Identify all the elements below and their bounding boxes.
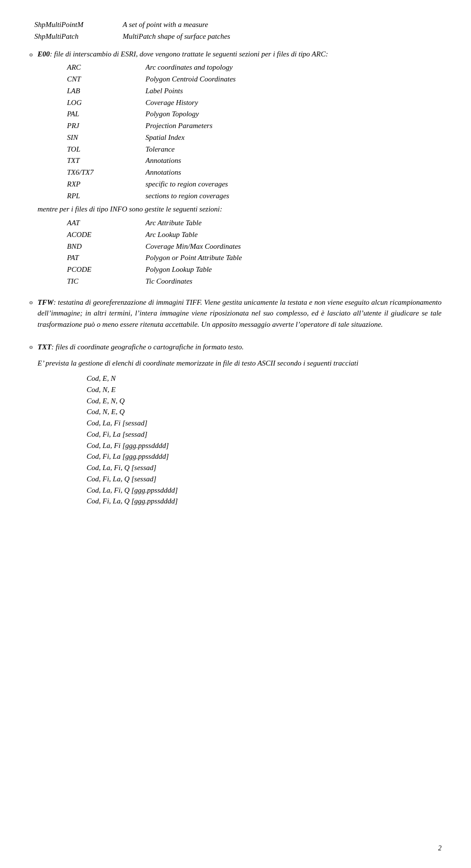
arc-file-key: PAL bbox=[67, 109, 146, 120]
info-file-key: ACODE bbox=[67, 230, 146, 240]
tfw-intro-rest: : testatina di georeferenzazione di imma… bbox=[53, 298, 204, 306]
txt-formats-list: Cod, E, NCod, N, ECod, E, N, QCod, N, E,… bbox=[38, 373, 442, 507]
info-file-row: TICTic Coordinates bbox=[67, 276, 442, 287]
arc-file-val: specific to region coverages bbox=[146, 179, 228, 190]
info-intro: mentre per i files di tipo INFO sono ges… bbox=[38, 204, 442, 215]
page-number: 2 bbox=[438, 843, 442, 853]
txt-paragraph: TXT: files di coordinate geografiche o c… bbox=[38, 342, 442, 353]
shp-val-multipatch: MultiPatch shape of surface patches bbox=[123, 31, 230, 42]
info-file-row: BNDCoverage Min/Max Coordinates bbox=[67, 241, 442, 252]
tfw-section: o TFW: testatina di georeferenzazione di… bbox=[29, 297, 442, 335]
arc-file-val: Projection Parameters bbox=[146, 121, 213, 132]
e00-section: o E00: file di interscambio di ESRI, dov… bbox=[29, 49, 442, 290]
info-file-key: AAT bbox=[67, 218, 146, 229]
shp-key-multipatch: ShpMultiPatch bbox=[34, 31, 123, 42]
info-file-key: TIC bbox=[67, 276, 146, 287]
info-file-key: BND bbox=[67, 241, 146, 252]
arc-file-val: Annotations bbox=[146, 156, 182, 166]
txt-intro-rest: : files di coordinate geografiche o cart… bbox=[52, 343, 244, 351]
info-file-row: PCODEPolygon Lookup Table bbox=[67, 264, 442, 275]
arc-file-row: TX6/TX7Annotations bbox=[67, 167, 442, 178]
shp-row-multipoint: ShpMultiPointM A set of point with a mea… bbox=[34, 20, 442, 30]
txt-bullet: o bbox=[29, 342, 33, 352]
tfw-keyword: TFW bbox=[38, 298, 54, 306]
info-file-key: PCODE bbox=[67, 264, 146, 275]
shp-val-multipoint: A set of point with a measure bbox=[123, 20, 208, 30]
shp-table: ShpMultiPointM A set of point with a mea… bbox=[29, 20, 442, 42]
arc-file-key: LAB bbox=[67, 86, 146, 97]
info-file-row: PATPolygon or Point Attribute Table bbox=[67, 253, 442, 263]
info-file-val: Tic Coordinates bbox=[146, 276, 193, 287]
arc-file-key: LOG bbox=[67, 98, 146, 108]
arc-files-table: ARCArc coordinates and topologyCNTPolygo… bbox=[38, 62, 442, 201]
arc-file-row: PRJProjection Parameters bbox=[67, 121, 442, 132]
arc-file-val: sections to region coverages bbox=[146, 191, 230, 202]
tfw-bullet: o bbox=[29, 298, 33, 307]
e00-bullet: o bbox=[29, 50, 33, 59]
txt-format-item: Cod, Fi, La [ggg.ppssdddd] bbox=[87, 451, 442, 462]
txt-format-item: Cod, N, E bbox=[87, 385, 442, 395]
arc-file-val: Label Points bbox=[146, 86, 183, 97]
info-file-val: Arc Attribute Table bbox=[146, 218, 202, 229]
arc-file-val: Annotations bbox=[146, 167, 182, 178]
info-files-table: AATArc Attribute TableACODEArc Lookup Ta… bbox=[38, 218, 442, 287]
e00-keyword: E00 bbox=[38, 50, 50, 58]
tfw-paragraph: TFW: testatina di georeferenzazione di i… bbox=[38, 297, 442, 330]
arc-file-key: SIN bbox=[67, 132, 146, 143]
arc-file-row: ARCArc coordinates and topology bbox=[67, 62, 442, 73]
txt-content: TXT: files di coordinate geografiche o c… bbox=[38, 342, 442, 509]
arc-file-val: Arc coordinates and topology bbox=[146, 62, 233, 73]
arc-file-row: TOLTolerance bbox=[67, 144, 442, 155]
e00-intro-text: : file di interscambio di ESRI, dove ven… bbox=[50, 50, 328, 58]
arc-file-val: Polygon Centroid Coordinates bbox=[146, 74, 236, 85]
arc-file-key: CNT bbox=[67, 74, 146, 85]
arc-file-val: Tolerance bbox=[146, 144, 175, 155]
txt-format-item: Cod, La, Fi, Q [ggg.ppssdddd] bbox=[87, 485, 442, 496]
arc-file-key: TX6/TX7 bbox=[67, 167, 146, 178]
arc-file-key: RPL bbox=[67, 191, 146, 202]
txt-section: o TXT: files di coordinate geografiche o… bbox=[29, 342, 442, 509]
txt-format-item: Cod, Fi, La [sessad] bbox=[87, 429, 442, 440]
arc-file-row: RPLsections to region coverages bbox=[67, 191, 442, 202]
arc-file-row: RXPspecific to region coverages bbox=[67, 179, 442, 190]
shp-row-multipatch: ShpMultiPatch MultiPatch shape of surfac… bbox=[34, 31, 442, 42]
info-file-row: ACODEArc Lookup Table bbox=[67, 230, 442, 240]
txt-format-item: Cod, Fi, La, Q [sessad] bbox=[87, 474, 442, 485]
page-content: ShpMultiPointM A set of point with a mea… bbox=[29, 20, 442, 509]
arc-file-row: CNTPolygon Centroid Coordinates bbox=[67, 74, 442, 85]
arc-file-key: TOL bbox=[67, 144, 146, 155]
txt-format-item: Cod, Fi, La, Q [ggg.ppssdddd] bbox=[87, 496, 442, 507]
arc-file-row: PALPolygon Topology bbox=[67, 109, 442, 120]
tfw-content: TFW: testatina di georeferenzazione di i… bbox=[38, 297, 442, 335]
txt-description: E’ prevista la gestione di elenchi di co… bbox=[38, 358, 442, 369]
arc-file-row: LABLabel Points bbox=[67, 86, 442, 97]
info-file-val: Polygon Lookup Table bbox=[146, 264, 212, 275]
info-file-val: Coverage Min/Max Coordinates bbox=[146, 241, 241, 252]
txt-format-item: Cod, E, N, Q bbox=[87, 396, 442, 407]
arc-file-val: Polygon Topology bbox=[146, 109, 199, 120]
arc-file-key: TXT bbox=[67, 156, 146, 166]
info-file-val: Polygon or Point Attribute Table bbox=[146, 253, 242, 263]
arc-file-key: PRJ bbox=[67, 121, 146, 132]
txt-format-item: Cod, La, Fi [sessad] bbox=[87, 418, 442, 429]
txt-keyword: TXT bbox=[38, 343, 52, 351]
info-file-val: Arc Lookup Table bbox=[146, 230, 198, 240]
arc-file-row: LOGCoverage History bbox=[67, 98, 442, 108]
arc-file-key: ARC bbox=[67, 62, 146, 73]
txt-format-item: Cod, La, Fi [ggg.ppssdddd] bbox=[87, 441, 442, 451]
arc-file-key: RXP bbox=[67, 179, 146, 190]
arc-file-val: Spatial Index bbox=[146, 132, 185, 143]
info-file-key: PAT bbox=[67, 253, 146, 263]
arc-file-row: TXTAnnotations bbox=[67, 156, 442, 166]
txt-format-item: Cod, La, Fi, Q [sessad] bbox=[87, 463, 442, 473]
e00-intro: E00: file di interscambio di ESRI, dove … bbox=[38, 49, 442, 60]
txt-format-item: Cod, E, N bbox=[87, 373, 442, 384]
txt-format-item: Cod, N, E, Q bbox=[87, 407, 442, 418]
shp-key-multipoint: ShpMultiPointM bbox=[34, 20, 123, 30]
arc-file-row: SINSpatial Index bbox=[67, 132, 442, 143]
arc-file-val: Coverage History bbox=[146, 98, 198, 108]
e00-content: E00: file di interscambio di ESRI, dove … bbox=[38, 49, 442, 290]
info-file-row: AATArc Attribute Table bbox=[67, 218, 442, 229]
